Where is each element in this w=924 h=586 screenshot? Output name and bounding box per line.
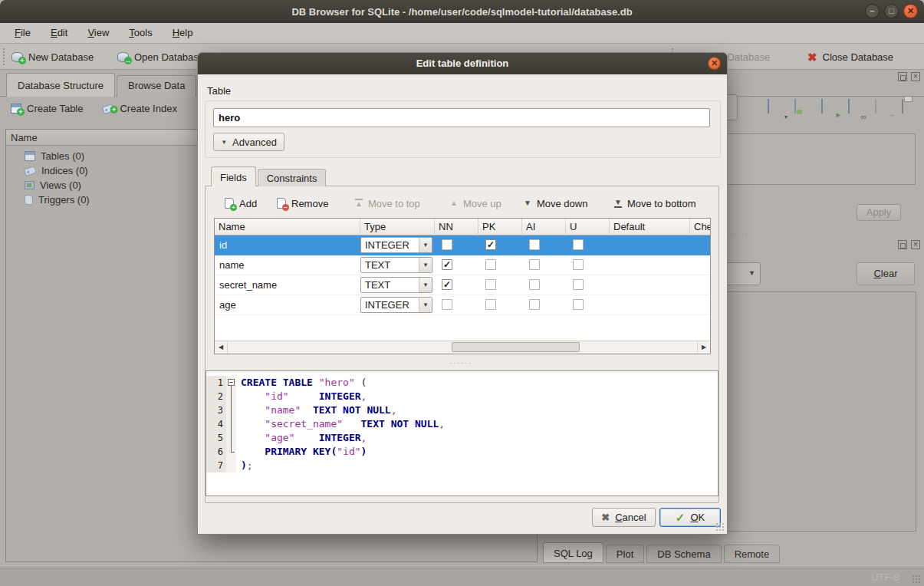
move-to-bottom-icon: ▼ bbox=[614, 199, 622, 208]
move-to-bottom-button[interactable]: ▼Move to bottom bbox=[614, 194, 696, 212]
ok-button[interactable]: ✓ OK bbox=[659, 508, 721, 527]
table-name-input[interactable] bbox=[213, 108, 710, 127]
dock-float-icon[interactable] bbox=[898, 72, 907, 81]
dock-close-icon[interactable]: × bbox=[911, 72, 920, 81]
table-label: Table bbox=[207, 85, 231, 97]
default-cell bbox=[610, 275, 690, 295]
dialog-tab-fields[interactable]: Fields bbox=[211, 166, 256, 186]
field-name: secret_name bbox=[215, 275, 360, 295]
grid-horizontal-scrollbar[interactable]: ◀ ▶ bbox=[215, 341, 710, 354]
ai-checkbox[interactable] bbox=[529, 299, 540, 310]
new-database-icon: + bbox=[12, 52, 23, 62]
scroll-left-icon[interactable]: ◀ bbox=[215, 341, 228, 353]
nn-checkbox[interactable]: ✓ bbox=[442, 279, 452, 290]
cell-editor-toolbar bbox=[741, 94, 919, 121]
type-select[interactable]: INTEGER▾ bbox=[360, 237, 432, 253]
dialog-resize-grip[interactable] bbox=[715, 522, 725, 532]
scrollbar-thumb[interactable] bbox=[452, 342, 580, 352]
nn-checkbox[interactable]: ✓ bbox=[442, 259, 452, 270]
nn-checkbox[interactable] bbox=[442, 239, 452, 250]
open-database-button[interactable]: → Open Database bbox=[117, 48, 204, 66]
window-close-button[interactable]: ✕ bbox=[903, 4, 918, 18]
word-wrap-icon[interactable] bbox=[741, 100, 758, 115]
pk-checkbox[interactable]: ✓ bbox=[485, 239, 496, 250]
toolbar-drag-handle[interactable] bbox=[3, 48, 8, 65]
set-null-icon[interactable] bbox=[875, 100, 892, 115]
pk-checkbox[interactable] bbox=[485, 279, 496, 290]
field-name: name bbox=[215, 255, 360, 275]
window-controls: –□✕ bbox=[865, 4, 918, 18]
close-database-button[interactable]: ✖ Close Database bbox=[807, 48, 893, 66]
tab-sql-log[interactable]: SQL Log bbox=[543, 542, 603, 563]
create-index-icon: + bbox=[102, 103, 115, 114]
u-checkbox[interactable] bbox=[573, 239, 584, 250]
field-row-name[interactable]: nameTEXT▾✓ bbox=[215, 255, 710, 275]
create-table-button[interactable]: + Create Table bbox=[11, 103, 83, 114]
add-field-icon: + bbox=[225, 198, 234, 209]
type-select[interactable]: TEXT▾ bbox=[360, 257, 432, 273]
ai-checkbox[interactable] bbox=[529, 279, 540, 290]
menu-edit[interactable]: Edit bbox=[41, 23, 77, 43]
sql-log-view[interactable] bbox=[727, 291, 916, 532]
u-checkbox[interactable] bbox=[573, 259, 584, 270]
dialog-title: Edit table definition bbox=[416, 58, 509, 69]
scroll-right-icon[interactable]: ▶ bbox=[697, 341, 710, 353]
index-icon bbox=[24, 165, 37, 176]
collapse-icon[interactable]: − bbox=[228, 379, 235, 386]
fold-marker bbox=[226, 417, 236, 431]
remove-button[interactable]: −Remove bbox=[277, 194, 328, 212]
tab-plot[interactable]: Plot bbox=[606, 545, 644, 563]
tab-database-structure[interactable]: Database Structure bbox=[6, 73, 115, 97]
tab-browse-data[interactable]: Browse Data bbox=[117, 75, 196, 97]
nn-checkbox[interactable] bbox=[442, 299, 452, 310]
link-icon[interactable] bbox=[848, 100, 865, 115]
cancel-button[interactable]: ✖ Cancel bbox=[592, 508, 656, 527]
new-database-button[interactable]: + New Database bbox=[12, 48, 94, 66]
dock-float-icon[interactable] bbox=[898, 240, 907, 249]
tab-db-schema[interactable]: DB Schema bbox=[646, 545, 721, 563]
window-maximize-button[interactable]: □ bbox=[884, 4, 899, 18]
window-minimize-button[interactable]: – bbox=[865, 4, 880, 18]
field-row-secret-name[interactable]: secret_nameTEXT▾✓ bbox=[215, 275, 710, 295]
fold-marker[interactable]: − bbox=[226, 376, 236, 390]
create-index-button[interactable]: + Create Index bbox=[103, 103, 176, 114]
pk-checkbox[interactable] bbox=[485, 299, 496, 310]
field-row-age[interactable]: ageINTEGER▾ bbox=[215, 295, 710, 315]
u-checkbox[interactable] bbox=[573, 299, 584, 310]
open-external-icon[interactable] bbox=[821, 100, 838, 115]
sql-log-dock-buttons: × bbox=[898, 240, 920, 249]
field-row-id[interactable]: idINTEGER▾✓ bbox=[215, 235, 710, 255]
column-header-pk: PK bbox=[478, 219, 522, 235]
add-button[interactable]: +Add bbox=[225, 194, 257, 212]
advanced-button[interactable]: ▼ Advanced bbox=[213, 133, 284, 151]
dialog-tab-constraints[interactable]: Constraints bbox=[258, 169, 327, 186]
close-database-icon: ✖ bbox=[807, 51, 817, 63]
type-select[interactable]: TEXT▾ bbox=[360, 277, 432, 293]
resize-grip[interactable] bbox=[912, 574, 921, 584]
tab-remote[interactable]: Remote bbox=[724, 545, 781, 563]
dialog-titlebar: Edit table definition ✕ bbox=[198, 53, 727, 74]
import-file-icon[interactable] bbox=[768, 100, 784, 115]
sql-line: 3 "name" TEXT NOT NULL, bbox=[206, 403, 718, 417]
move-down-button[interactable]: ▼Move down bbox=[524, 194, 587, 212]
type-select[interactable]: INTEGER▾ bbox=[360, 297, 432, 313]
print-icon[interactable] bbox=[902, 100, 919, 115]
ai-checkbox[interactable] bbox=[529, 259, 540, 270]
dialog-close-button[interactable]: ✕ bbox=[708, 57, 721, 70]
menu-tools[interactable]: Tools bbox=[119, 23, 162, 43]
grid-sql-splitter[interactable]: ······ bbox=[449, 359, 472, 367]
cell-editor-textarea[interactable] bbox=[727, 133, 916, 185]
ai-checkbox[interactable] bbox=[529, 239, 540, 250]
line-number: 5 bbox=[206, 431, 226, 445]
menu-view[interactable]: View bbox=[77, 23, 119, 43]
chevron-down-icon: ▾ bbox=[419, 238, 432, 252]
move-up-button: ▲Move up bbox=[450, 194, 501, 212]
export-file-icon[interactable] bbox=[794, 100, 811, 115]
menu-file[interactable]: File bbox=[5, 23, 41, 43]
u-checkbox[interactable] bbox=[573, 279, 584, 290]
menu-help[interactable]: Help bbox=[163, 23, 203, 43]
column-header-ai: AI bbox=[522, 219, 566, 235]
clear-button[interactable]: Clear bbox=[857, 262, 915, 285]
pk-checkbox[interactable] bbox=[485, 259, 496, 270]
dock-close-icon[interactable]: × bbox=[911, 240, 920, 249]
